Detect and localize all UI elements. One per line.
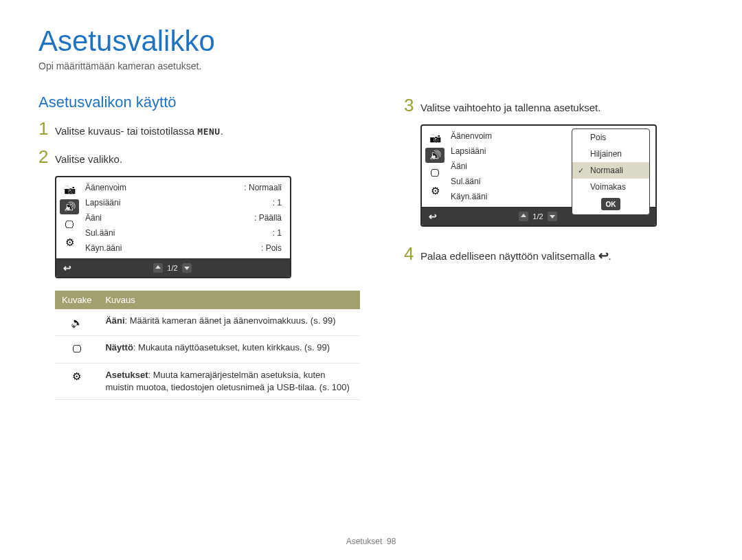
table-header-icon: Kuvake [55, 291, 98, 309]
table-row: Näyttö: Mukauta näyttöasetukset, kuten k… [55, 336, 360, 363]
page-up-icon[interactable] [519, 212, 528, 221]
step-number: 4 [404, 243, 420, 265]
camera-mode-icon [425, 130, 445, 145]
menu-row-label: Äänenvoim [451, 131, 492, 141]
sound-icon [71, 316, 82, 328]
step-1: 1 Valitse kuvaus- tai toistotilassa MENU… [38, 118, 360, 139]
step-number: 3 [404, 95, 420, 116]
footer-label: Asetukset [346, 537, 383, 546]
page-up-icon[interactable] [153, 263, 163, 273]
camera-side-icons [422, 126, 448, 207]
menu-row-label: Lapsiääni [85, 198, 120, 208]
menu-row-value: : 1 [273, 228, 282, 238]
page-down-icon[interactable] [182, 263, 192, 273]
menu-row-value: : Pois [261, 243, 282, 253]
page-subtitle: Opi määrittämään kameran asetukset. [38, 60, 704, 71]
sound-icon [60, 199, 79, 214]
option-item[interactable]: Pois [572, 129, 649, 146]
back-icon: ↩ [598, 249, 609, 262]
step-4: 4 Palaa edelliseen näyttöön valitsemalla… [404, 243, 704, 265]
option-label: Normaali [590, 166, 623, 175]
table-header-desc: Kuvaus [98, 291, 360, 309]
step-number: 1 [38, 118, 55, 139]
sound-icon [425, 148, 445, 163]
menu-row-label: Käyn.ääni [85, 243, 122, 253]
row-desc: : Määritä kameran äänet ja äänenvoimakku… [125, 315, 336, 326]
page-indicator: 1/2 [167, 264, 177, 272]
step-3: 3 Valitse vaihtoehto ja tallenna asetuks… [404, 95, 704, 116]
camera-screen-menu: Äänenvoim : Normaali Lapsiääni : 1 Ääni … [55, 176, 291, 278]
row-title: Asetukset [105, 370, 148, 380]
menu-row[interactable]: Sul.ääni : 1 [82, 225, 284, 240]
menu-row-value: : Normaali [244, 183, 282, 192]
step-number: 2 [38, 146, 55, 168]
menu-row-label: Sul.ääni [451, 177, 480, 186]
camera-mode-icon [60, 181, 79, 197]
option-popup: Pois Hiljainen Normaali Voimakas OK [572, 128, 650, 215]
row-title: Ääni [105, 315, 124, 326]
option-label: Voimakas [590, 182, 626, 192]
menu-row[interactable]: Äänenvoim : Normaali [82, 180, 284, 195]
menu-icon: MENU [197, 126, 220, 137]
display-icon [60, 217, 79, 232]
footer-page-number: 98 [387, 537, 396, 546]
display-icon [425, 166, 445, 181]
option-label: Pois [590, 133, 606, 142]
camera-side-icons [56, 177, 82, 258]
menu-row-value: : Päällä [254, 213, 282, 223]
gear-icon [60, 235, 79, 250]
row-desc: : Mukauta näyttöasetukset, kuten kirkkau… [133, 342, 330, 352]
gear-icon [72, 370, 81, 382]
menu-row-label: Lapsiääni [451, 146, 486, 156]
back-icon[interactable]: ↩ [63, 262, 71, 273]
camera-screen-options: Äänenvoim Lapsiääni Ääni Sul.ääni Käyn.ä [420, 124, 657, 227]
page-down-icon[interactable] [548, 212, 557, 221]
table-row: Ääni: Määritä kameran äänet ja äänenvoim… [55, 309, 360, 336]
menu-row-label: Äänenvoim [85, 183, 126, 192]
page-footer: Asetukset 98 [0, 537, 742, 546]
display-icon [72, 343, 82, 355]
step-3-text: Valitse vaihtoehto ja tallenna asetukset… [420, 100, 600, 115]
menu-row[interactable]: Lapsiääni : 1 [82, 195, 284, 210]
step-2-text: Valitse valikko. [55, 152, 122, 167]
step-1-suffix: . [221, 125, 223, 137]
menu-row-label: Sul.ääni [85, 228, 115, 238]
menu-row-label: Käyn.ääni [451, 192, 487, 201]
option-item[interactable]: Hiljainen [572, 146, 649, 162]
section-heading: Asetusvalikon käyttö [38, 93, 360, 111]
step-4-suffix: . [609, 250, 611, 262]
step-4-text: Palaa edelliseen näyttöön valitsemalla [420, 250, 598, 262]
table-row: Asetukset: Muuta kamerajärjestelmän aset… [55, 363, 360, 399]
menu-row-value: : 1 [273, 198, 282, 208]
page-indicator: 1/2 [532, 212, 543, 221]
ok-button[interactable]: OK [601, 198, 620, 210]
menu-row[interactable]: Ääni : Päällä [82, 210, 284, 225]
gear-icon [425, 183, 445, 199]
option-label: Hiljainen [590, 149, 622, 159]
row-title: Näyttö [105, 342, 133, 352]
step-2: 2 Valitse valikko. [38, 146, 360, 168]
menu-row-label: Ääni [85, 213, 102, 223]
option-item-selected[interactable]: Normaali [572, 162, 649, 179]
icon-description-table: Kuvake Kuvaus Ääni: Määritä kameran ääne… [55, 291, 360, 400]
step-1-text: Valitse kuvaus- tai toistotilassa [55, 125, 197, 137]
menu-row-label: Ääni [451, 161, 467, 171]
page-title: Asetusvalikko [38, 25, 704, 58]
option-item[interactable]: Voimakas [572, 179, 649, 195]
back-icon[interactable]: ↩ [429, 211, 437, 222]
menu-row[interactable]: Käyn.ääni : Pois [82, 240, 284, 256]
